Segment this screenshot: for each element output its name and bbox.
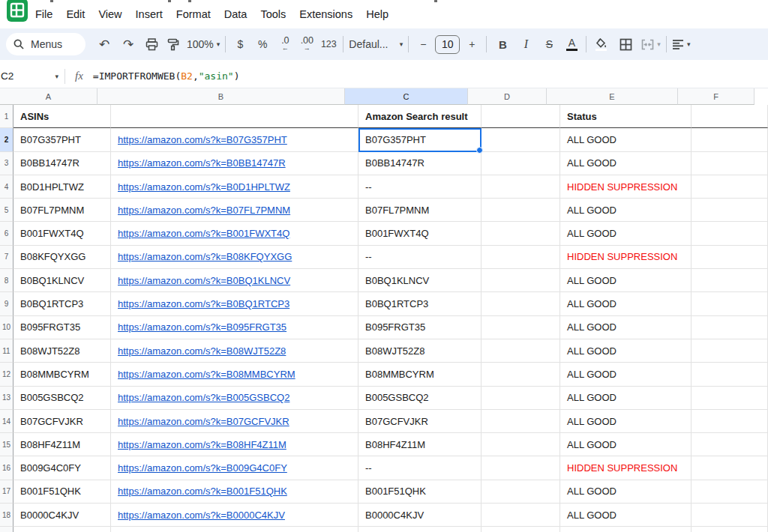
cell-D13[interactable] <box>482 387 560 410</box>
name-box[interactable]: C2 ▾ <box>0 70 64 82</box>
row-number-4[interactable]: 4 <box>0 175 14 199</box>
column-header-C[interactable]: C <box>345 88 468 105</box>
cell-A3[interactable]: B0BB14747R <box>14 152 111 175</box>
cell-F5[interactable] <box>692 199 768 222</box>
cell-B7[interactable]: https://amazon.com/s?k=B08KFQYXGG <box>111 246 358 269</box>
cell-A[interactable] <box>14 527 111 532</box>
menu-view[interactable]: View <box>92 7 128 22</box>
menu-insert[interactable]: Insert <box>129 7 170 22</box>
cell-B4[interactable]: https://amazon.com/s?k=B0D1HPLTWZ <box>111 175 358 199</box>
amazon-link[interactable]: https://amazon.com/s?k=B005GSBCQ2 <box>118 392 290 403</box>
cell-D6[interactable] <box>482 222 560 245</box>
cell-A2[interactable]: B07G357PHT <box>14 128 111 151</box>
cell-B10[interactable]: https://amazon.com/s?k=B095FRGT35 <box>111 316 358 339</box>
row-number-18[interactable]: 18 <box>0 504 14 527</box>
cell-C1[interactable]: Amazon Search result <box>358 105 482 128</box>
row-number-15[interactable]: 15 <box>0 433 14 456</box>
row-number-9[interactable]: 9 <box>0 292 14 315</box>
cell-C11[interactable]: B08WJT52Z8 <box>358 339 482 363</box>
cell-D3[interactable] <box>482 152 560 175</box>
amazon-link[interactable]: https://amazon.com/s?k=B095FRGT35 <box>118 321 286 333</box>
cell-A12[interactable]: B08MMBCYRM <box>14 363 111 386</box>
menu-tools[interactable]: Tools <box>254 7 292 22</box>
cell-A18[interactable]: B0000C4KJV <box>14 504 111 527</box>
cell-A17[interactable]: B001F51QHK <box>14 480 111 504</box>
cell-F4[interactable] <box>692 175 768 199</box>
cell-F[interactable] <box>692 527 768 532</box>
cell-A13[interactable]: B005GSBCQ2 <box>14 387 111 410</box>
cell-D[interactable] <box>482 527 560 532</box>
menu-data[interactable]: Data <box>218 7 254 22</box>
row-number-12[interactable]: 12 <box>0 363 14 386</box>
cell-A8[interactable]: B0BQ1KLNCV <box>14 269 111 292</box>
undo-button[interactable]: ↶ <box>95 34 113 55</box>
cell-B9[interactable]: https://amazon.com/s?k=B0BQ1RTCP3 <box>111 292 358 315</box>
menu-file[interactable]: File <box>28 7 59 22</box>
amazon-link[interactable]: https://amazon.com/s?k=B0D1HPLTWZ <box>118 181 290 193</box>
amazon-link[interactable]: https://amazon.com/s?k=B0000C4KJV <box>118 510 285 521</box>
cell-B6[interactable]: https://amazon.com/s?k=B001FWXT4Q <box>111 222 358 245</box>
row-number-2[interactable]: 2 <box>0 128 14 151</box>
cell-E8[interactable]: ALL GOOD <box>560 269 692 292</box>
column-header-B[interactable]: B <box>98 88 345 105</box>
cell-E4[interactable]: HIDDEN SUPPRESSION <box>560 175 692 199</box>
merge-cells-button[interactable]: ▾ <box>641 34 661 55</box>
row-number-14[interactable]: 14 <box>0 410 14 433</box>
cell-C13[interactable]: B005GSBCQ2 <box>358 387 482 410</box>
menu-edit[interactable]: Edit <box>59 7 92 22</box>
amazon-link[interactable]: https://amazon.com/s?k=B08HF4Z11M <box>118 439 286 450</box>
cell-B11[interactable]: https://amazon.com/s?k=B08WJT52Z8 <box>111 339 358 363</box>
cell-C9[interactable]: B0BQ1RTCP3 <box>358 292 482 315</box>
increase-font-size-button[interactable]: + <box>463 34 481 55</box>
cell-C2[interactable]: B07G357PHT <box>358 128 482 151</box>
cell-C14[interactable]: B07GCFVJKR <box>358 410 482 433</box>
cell-D5[interactable] <box>482 199 560 222</box>
menu-extensions[interactable]: Extensions <box>292 7 359 22</box>
cell-F15[interactable] <box>692 433 768 456</box>
format-currency-button[interactable]: $ <box>231 34 249 55</box>
cell-D10[interactable] <box>482 316 560 339</box>
cell-E18[interactable]: ALL GOOD <box>560 504 692 527</box>
cell-A14[interactable]: B07GCFVJKR <box>14 410 111 433</box>
amazon-link[interactable]: https://amazon.com/s?k=B07GCFVJKR <box>118 416 290 427</box>
cell-C8[interactable]: B0BQ1KLNCV <box>358 269 482 292</box>
font-family-selector[interactable]: Defaul... ▾ <box>349 38 403 50</box>
bold-button[interactable]: B <box>494 34 512 55</box>
cell-F7[interactable] <box>692 246 768 269</box>
more-formats-button[interactable]: 123 <box>320 34 338 55</box>
cell-D2[interactable] <box>482 128 560 151</box>
cell-A16[interactable]: B009G4C0FY <box>14 456 111 480</box>
cell-E12[interactable]: ALL GOOD <box>560 363 692 386</box>
menu-format[interactable]: Format <box>170 7 218 22</box>
cell-C18[interactable]: B0000C4KJV <box>358 504 482 527</box>
cell-A7[interactable]: B08KFQYXGG <box>14 246 111 269</box>
text-color-button[interactable]: A <box>562 34 580 55</box>
cell-F9[interactable] <box>692 292 768 315</box>
amazon-link[interactable]: https://amazon.com/s?k=B0BQ1KLNCV <box>118 275 290 286</box>
cell-D12[interactable] <box>482 363 560 386</box>
cell-C7[interactable]: -- <box>358 246 482 269</box>
borders-button[interactable] <box>616 34 634 55</box>
amazon-link[interactable]: https://amazon.com/s?k=B009G4C0FY <box>118 462 287 474</box>
cell-C6[interactable]: B001FWXT4Q <box>358 222 482 245</box>
amazon-link[interactable]: https://amazon.com/s?k=B0BB14747R <box>118 157 286 169</box>
menus-search-button[interactable]: Menus <box>6 33 86 55</box>
cell-A15[interactable]: B08HF4Z11M <box>14 433 111 456</box>
cell-E15[interactable]: ALL GOOD <box>560 433 692 456</box>
cell-E13[interactable]: ALL GOOD <box>560 387 692 410</box>
cell-F13[interactable] <box>692 387 768 410</box>
cell-D9[interactable] <box>482 292 560 315</box>
cell-A9[interactable]: B0BQ1RTCP3 <box>14 292 111 315</box>
cell-F10[interactable] <box>692 316 768 339</box>
cell-F3[interactable] <box>692 152 768 175</box>
strikethrough-button[interactable]: S <box>540 34 558 55</box>
amazon-link[interactable]: https://amazon.com/s?k=B08MMBCYRM <box>118 369 296 380</box>
cell-B16[interactable]: https://amazon.com/s?k=B009G4C0FY <box>111 456 358 480</box>
cell-D7[interactable] <box>482 246 560 269</box>
cell-D8[interactable] <box>482 269 560 292</box>
amazon-link[interactable]: https://amazon.com/s?k=B0BQ1RTCP3 <box>118 298 290 309</box>
cell-F16[interactable] <box>692 456 768 480</box>
cell-B5[interactable]: https://amazon.com/s?k=B07FL7PMNM <box>111 199 358 222</box>
amazon-link[interactable]: https://amazon.com/s?k=B08KFQYXGG <box>118 251 292 262</box>
cell-B3[interactable]: https://amazon.com/s?k=B0BB14747R <box>111 152 358 175</box>
